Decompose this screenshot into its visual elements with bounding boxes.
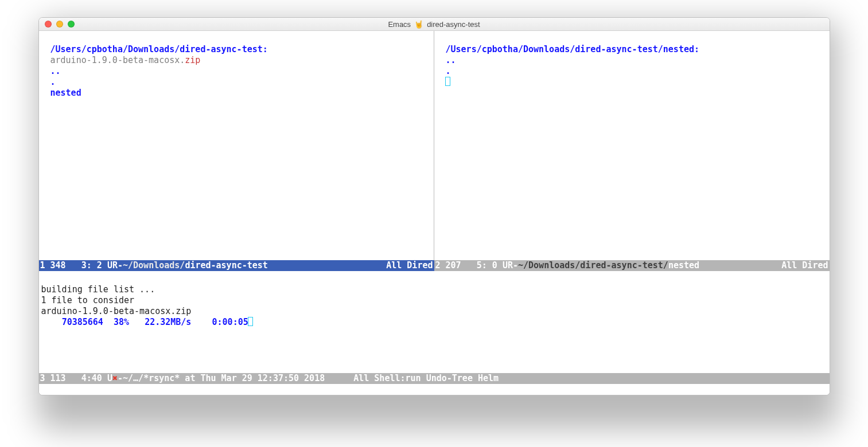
ml-bot-win: 3 xyxy=(40,373,45,384)
close-icon[interactable] xyxy=(45,21,52,28)
dired-subdir-nested[interactable]: nested xyxy=(50,88,81,98)
modeline-left[interactable]: 1 348 3: 2 UR-~/Downloads/dired-async-te… xyxy=(39,260,434,271)
zoom-icon[interactable] xyxy=(68,21,75,28)
rsync-bytes: 70385664 xyxy=(62,317,103,327)
ml-bot-pos: 4:40 xyxy=(81,373,102,384)
rsync-line-1: building file list ... xyxy=(41,284,155,295)
dired-parent-dir[interactable]: .. xyxy=(50,66,61,76)
rsync-percent: 38% xyxy=(114,317,129,327)
point-cursor-rsync xyxy=(248,317,253,326)
minimize-icon[interactable] xyxy=(56,21,63,28)
emacs-window: Emacs 🤘 dired-async-test /Users/cpbotha/… xyxy=(38,17,830,395)
rsync-rate: 22.32MB/s xyxy=(145,317,191,327)
dired-path-left: /Users/cpbotha/Downloads/dired-async-tes… xyxy=(50,44,268,54)
dired-parent-dir-right[interactable]: .. xyxy=(446,55,456,65)
ml-left-folder: dired-async-test xyxy=(185,260,268,271)
modified-indicator-icon: ✖ xyxy=(112,373,118,384)
traffic-lights xyxy=(45,21,75,28)
ml-bot-flags-post: -~/…/ xyxy=(118,373,143,384)
ml-left-right: All Dired xyxy=(386,260,433,271)
point-cursor xyxy=(445,77,450,86)
ml-left-path: ~/Downloads/ xyxy=(123,260,185,271)
rsync-line-3: arduino-1.9.0-beta-macosx.zip xyxy=(41,306,192,316)
ml-right-size: 207 xyxy=(446,260,461,271)
ml-left-pos: 3: 2 xyxy=(81,260,102,271)
dired-current-dir[interactable]: . xyxy=(50,77,56,87)
titlebar[interactable]: Emacs 🤘 dired-async-test xyxy=(39,18,830,31)
rsync-line-2: 1 file to consider xyxy=(41,295,135,305)
ml-bot-flags-pre: U xyxy=(107,373,112,384)
minibuffer[interactable] xyxy=(39,384,830,395)
ml-right-folder: nested xyxy=(668,260,699,271)
ml-bot-buffer: *rsync* xyxy=(143,373,180,384)
ml-left-win: 1 xyxy=(40,260,45,271)
title-buffer: dired-async-test xyxy=(427,20,480,29)
ml-right-path: ~/Downloads/dired-async-test/ xyxy=(518,260,668,271)
rsync-output-pane[interactable]: building file list ... 1 file to conside… xyxy=(39,271,830,373)
ml-bot-right: All Shell:run Undo-Tree Helm xyxy=(353,373,533,384)
dired-file-base[interactable]: arduino-1.9.0-beta-macosx. xyxy=(50,55,185,65)
modelines-top: 1 348 3: 2 UR-~/Downloads/dired-async-te… xyxy=(39,260,830,271)
ml-right-flags: UR- xyxy=(503,260,518,271)
ml-right-pos: 5: 0 xyxy=(477,260,497,271)
top-split: /Users/cpbotha/Downloads/dired-async-tes… xyxy=(39,31,830,260)
dired-pane-right[interactable]: /Users/cpbotha/Downloads/dired-async-tes… xyxy=(434,31,830,260)
title-app: Emacs xyxy=(388,20,411,29)
dired-file-ext[interactable]: zip xyxy=(185,55,200,65)
ml-left-size: 348 xyxy=(50,260,66,271)
ml-bot-timestamp: at Thu Mar 29 12:37:50 2018 xyxy=(180,373,325,384)
dired-pane-left[interactable]: /Users/cpbotha/Downloads/dired-async-tes… xyxy=(39,31,434,260)
dired-current-dir-right[interactable]: . xyxy=(446,66,451,76)
rock-hand-icon: 🤘 xyxy=(414,20,423,29)
dired-path-right: /Users/cpbotha/Downloads/dired-async-tes… xyxy=(446,44,700,54)
ml-right-right: All Dired xyxy=(781,260,828,271)
ml-left-flags: UR- xyxy=(107,260,123,271)
window-title: Emacs 🤘 dired-async-test xyxy=(39,20,830,29)
modeline-bottom[interactable]: 3 113 4:40 U✖-~/…/*rsync* at Thu Mar 29 … xyxy=(39,373,830,384)
modeline-right[interactable]: 2 207 5: 0 UR-~/Downloads/dired-async-te… xyxy=(434,260,830,271)
ml-right-win: 2 xyxy=(435,260,441,271)
ml-bot-size: 113 xyxy=(50,373,66,384)
rsync-eta: 0:00:05 xyxy=(212,317,248,327)
